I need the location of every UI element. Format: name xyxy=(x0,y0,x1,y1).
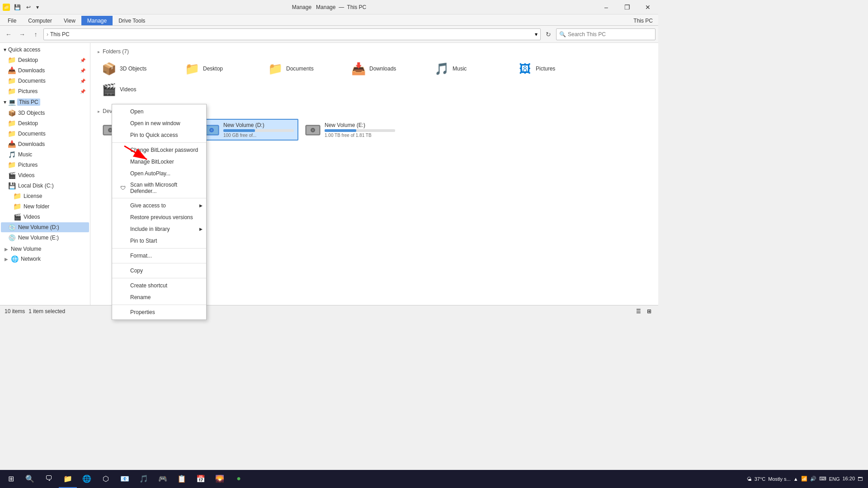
sidebar-item-new-volume-e[interactable]: 💿 New Volume (E:) xyxy=(1,233,89,243)
ctx-item-format[interactable]: Format... xyxy=(112,250,206,262)
folder-name: Videos xyxy=(120,86,136,93)
sidebar-section-quick-access[interactable]: ▾ Quick access xyxy=(0,45,90,55)
sidebar-item-pc-videos[interactable]: 🎬 Videos xyxy=(1,170,89,180)
quick-dropdown-btn[interactable]: ▾ xyxy=(34,3,41,11)
folders-section-header[interactable]: Folders (7) xyxy=(98,48,651,55)
ctx-item-pin-quick-access[interactable]: Pin to Quick access xyxy=(112,129,206,141)
tab-computer[interactable]: Computer xyxy=(22,16,58,25)
address-dropdown[interactable]: ▾ xyxy=(535,31,538,38)
folder-icon: 📁 xyxy=(8,161,15,169)
sidebar-item-music[interactable]: 🎵 Music xyxy=(1,150,89,160)
minimize-button[interactable]: – xyxy=(596,0,617,14)
ribbon: File Computer View Manage Drive Tools Th… xyxy=(0,14,658,26)
folder-item-3d[interactable]: 📦 3D Objects xyxy=(98,59,179,78)
ctx-item-open-new-window[interactable]: Open in new window xyxy=(112,117,206,129)
address-current: This PC xyxy=(50,31,70,38)
downloads-icon: 📥 xyxy=(8,141,15,148)
ctx-item-open[interactable]: Open xyxy=(112,106,206,117)
title-bar-left: 📁 💾 ↩ ▾ xyxy=(0,3,41,11)
window-title-tab: This PC xyxy=(628,16,658,25)
ctx-item-create-shortcut[interactable]: Create shortcut xyxy=(112,280,206,291)
address-bar[interactable]: › This PC ▾ xyxy=(43,28,541,40)
forward-button[interactable]: → xyxy=(16,28,28,40)
view-grid-button[interactable]: ⊞ xyxy=(645,307,654,316)
sidebar-item-pc-desktop[interactable]: 📁 Desktop xyxy=(1,118,89,128)
refresh-button[interactable]: ↻ xyxy=(542,28,554,40)
ctx-label-open: Open xyxy=(130,108,143,115)
ctx-sep-5 xyxy=(112,278,206,278)
tab-view[interactable]: View xyxy=(58,16,81,25)
sidebar-label: Downloads xyxy=(18,67,45,74)
ctx-item-scan-defender[interactable]: 🛡 Scan with Microsoft Defender... xyxy=(112,179,206,197)
sidebar-label: Videos xyxy=(18,172,34,178)
ctx-label-pin-start: Pin to Start xyxy=(130,238,157,244)
tab-manage[interactable]: Manage xyxy=(81,16,113,25)
network-label: Network xyxy=(21,256,41,262)
sidebar-section-this-pc[interactable]: ▾ 💻 This PC xyxy=(0,97,90,108)
sidebar-item-videos-sub[interactable]: 🎬 Videos xyxy=(1,212,89,222)
view-list-button[interactable]: ☰ xyxy=(634,307,643,316)
sidebar-item-pc-documents[interactable]: 📁 Documents xyxy=(1,129,89,139)
ctx-label-create-shortcut: Create shortcut xyxy=(130,282,167,289)
folder-item-desktop[interactable]: 📁 Desktop xyxy=(181,59,262,78)
ctx-item-manage-bitlocker[interactable]: Manage BitLocker xyxy=(112,156,206,168)
ctx-label-open-autoplay: Open AutoPlay... xyxy=(130,170,170,177)
ctx-item-change-bitlocker[interactable]: Change BitLocker password xyxy=(112,144,206,156)
ctx-item-rename[interactable]: Rename xyxy=(112,291,206,303)
folder-item-music[interactable]: 🎵 Music xyxy=(430,59,512,78)
folder-item-downloads[interactable]: 📥 Downloads xyxy=(347,59,429,78)
sidebar-item-3d-objects[interactable]: 📦 3D Objects xyxy=(1,108,89,118)
folder-item-pictures[interactable]: 🖼 Pictures xyxy=(514,59,595,78)
sidebar-item-documents[interactable]: 📁 Documents 📌 xyxy=(1,76,89,86)
folder-item-videos[interactable]: 🎬 Videos xyxy=(98,80,179,99)
ctx-item-give-access[interactable]: Give access to xyxy=(112,200,206,211)
svg-point-11 xyxy=(312,129,314,131)
sidebar-item-pictures[interactable]: 📁 Pictures 📌 xyxy=(1,86,89,96)
properties-icon xyxy=(119,309,127,316)
sidebar-item-desktop[interactable]: 📁 Desktop 📌 xyxy=(1,55,89,65)
search-box[interactable]: 🔍 xyxy=(556,28,656,40)
folder-name: Music xyxy=(453,66,467,72)
ctx-item-restore-versions[interactable]: Restore previous versions xyxy=(112,211,206,223)
tab-drive-tools[interactable]: Drive Tools xyxy=(113,16,151,25)
sidebar-item-local-disk-c[interactable]: 💾 Local Disk (C:) xyxy=(1,181,89,191)
quick-save-btn[interactable]: 💾 xyxy=(12,3,23,11)
open-icon xyxy=(119,108,127,115)
sidebar-item-new-folder[interactable]: 📁 New folder xyxy=(1,202,89,211)
sidebar-item-new-volume-d[interactable]: 💿 New Volume (D:) xyxy=(1,222,89,232)
folder-item-documents[interactable]: 📁 Documents xyxy=(264,59,345,78)
this-pc-label: This PC xyxy=(17,99,40,106)
sidebar-item-license[interactable]: 📁 License xyxy=(1,191,89,201)
sidebar-item-pc-pictures[interactable]: 📁 Pictures xyxy=(1,160,89,170)
close-button[interactable]: ✕ xyxy=(637,0,658,14)
ctx-label-pin-quick-access: Pin to Quick access xyxy=(130,132,178,138)
ctx-label-restore-versions: Restore previous versions xyxy=(130,214,193,221)
sidebar-item-downloads[interactable]: 📥 Downloads 📌 xyxy=(1,66,89,75)
folder-icon: 📁 xyxy=(14,192,21,200)
this-pc-chevron: ▾ xyxy=(4,99,6,105)
search-input[interactable] xyxy=(568,31,652,38)
sidebar-item-new-volume-header[interactable]: ▶ New Volume xyxy=(1,244,89,253)
up-button[interactable]: ↑ xyxy=(30,28,42,40)
drive-item-d[interactable]: New Volume (D:) 100 GB free of... xyxy=(199,119,298,141)
ctx-item-include-library[interactable]: Include in library xyxy=(112,223,206,235)
folder-icon: 📁 xyxy=(8,130,15,137)
ctx-item-copy[interactable]: Copy xyxy=(112,265,206,277)
quick-undo-btn[interactable]: ↩ xyxy=(24,3,33,11)
ctx-item-properties[interactable]: Properties xyxy=(112,306,206,318)
sidebar-item-network[interactable]: ▶ 🌐 Network xyxy=(1,254,89,264)
pin-icon: 📌 xyxy=(80,79,85,84)
back-button[interactable]: ← xyxy=(3,28,14,40)
ctx-item-pin-start[interactable]: Pin to Start xyxy=(112,235,206,247)
drive-bar-fill xyxy=(223,129,255,132)
ctx-sep-6 xyxy=(112,305,206,305)
drive-item-e[interactable]: New Volume (E:) 1.00 TB free of 1.81 TB xyxy=(300,119,400,141)
restore-button[interactable]: ❐ xyxy=(617,0,637,14)
tab-file[interactable]: File xyxy=(2,16,22,25)
ctx-label-format: Format... xyxy=(130,253,152,259)
search-icon: 🔍 xyxy=(559,31,566,38)
window-controls: – ❐ ✕ xyxy=(596,0,658,14)
sidebar-item-pc-downloads[interactable]: 📥 Downloads xyxy=(1,139,89,149)
ctx-item-open-autoplay[interactable]: Open AutoPlay... xyxy=(112,168,206,179)
ctx-label-copy: Copy xyxy=(130,267,143,274)
